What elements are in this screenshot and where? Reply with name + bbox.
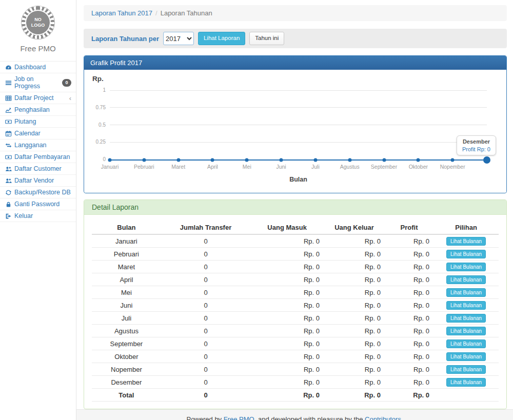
- report-filter-bar: Laporan Tahunan per 2017 Lihat Laporan T…: [84, 29, 507, 48]
- header-uang-keluar: Uang Keluar: [324, 221, 385, 234]
- header-jumlah-transfer: Jumlah Transfer: [161, 221, 250, 234]
- sidebar-item-langganan[interactable]: Langganan: [0, 139, 76, 151]
- lihat-bulanan-button-agustus[interactable]: Lihat Bulanan: [446, 327, 486, 335]
- chart-point-juli[interactable]: [313, 158, 317, 162]
- x-tick-januari: Januari: [101, 164, 119, 170]
- sidebar-item-label: Dashboard: [14, 64, 46, 71]
- brand-name: Free PMO: [0, 44, 76, 53]
- footer-text-middle: , and developed with pleasure by the: [254, 415, 365, 420]
- detail-report-panel: Detail Laporan Bulan Jumlah Transfer Uan…: [84, 199, 507, 409]
- breadcrumb-link-laporan-tahun[interactable]: Laporan Tahun 2017: [91, 9, 152, 17]
- table-row-mei: Mei 0 Rp. 0 Rp. 0 Rp. 0 Lihat Bulanan: [92, 286, 499, 299]
- profit-chart-panel: Grafik Profit 2017 Rp. 10.750.50.250 Jan…: [84, 55, 507, 193]
- sidebar-item-job-on-progress[interactable]: Job on Progress 0: [0, 73, 76, 92]
- chart-x-labels: JanuariPebruariMaretAprilMeiJuniJuliAgus…: [110, 164, 487, 171]
- lihat-laporan-button[interactable]: Lihat Laporan: [198, 32, 245, 45]
- sidebar-item-piutang[interactable]: Piutang: [0, 116, 76, 128]
- table-total-row: Total 0 Rp. 0 Rp. 0 Rp. 0: [92, 389, 499, 402]
- footer-link-contributors[interactable]: Contributors: [365, 415, 401, 420]
- logo-area: NO LOGO Free PMO: [0, 0, 76, 58]
- users-icon: [5, 177, 12, 184]
- calendar-icon: [5, 130, 12, 137]
- chart-point-juni[interactable]: [280, 158, 283, 162]
- lihat-bulanan-button-september[interactable]: Lihat Bulanan: [446, 339, 486, 348]
- sidebar-item-label: Daftar Pembayaran: [14, 153, 70, 161]
- sidebar-item-backup-restore-db[interactable]: Backup/Restore DB: [0, 187, 76, 198]
- sidebar-item-daftar-customer[interactable]: Daftar Customer: [0, 163, 76, 175]
- chart-point-september[interactable]: [382, 158, 386, 162]
- chart-point-agustus[interactable]: [348, 158, 351, 162]
- chart-point-desember[interactable]: [483, 156, 490, 164]
- x-tick-juli: Juli: [311, 164, 320, 170]
- money-icon: [5, 153, 12, 161]
- users-icon: [5, 165, 12, 172]
- x-tick-mei: Mei: [243, 164, 251, 170]
- header-uang-masuk: Uang Masuk: [250, 221, 324, 234]
- main-column: Laporan Tahun 2017/Laporan Tahunan Lapor…: [76, 0, 513, 420]
- lihat-bulanan-button-april[interactable]: Lihat Bulanan: [446, 275, 486, 284]
- lihat-bulanan-button-oktober[interactable]: Lihat Bulanan: [446, 352, 486, 361]
- sidebar-item-dashboard[interactable]: Dashboard: [0, 62, 76, 73]
- chart-point-mei[interactable]: [245, 158, 249, 162]
- lihat-bulanan-button-juli[interactable]: Lihat Bulanan: [446, 314, 486, 323]
- x-tick-nopember: Nopember: [440, 164, 465, 170]
- tooltip-month: Desember: [462, 138, 490, 145]
- refresh-icon: [5, 189, 12, 196]
- x-tick-maret: Maret: [171, 164, 185, 170]
- count-badge: 0: [62, 79, 71, 87]
- header-profit: Profit: [385, 221, 433, 234]
- footer-text-suffix: .: [401, 415, 403, 420]
- sidebar-item-daftar-project[interactable]: Daftar Project ‹: [0, 92, 76, 104]
- lihat-bulanan-button-maret[interactable]: Lihat Bulanan: [446, 263, 486, 271]
- breadcrumb-current: Laporan Tahunan: [161, 9, 212, 17]
- x-tick-september: September: [371, 164, 397, 170]
- profit-chart: Rp. 10.750.50.250 JanuariPebruariMaretAp…: [84, 70, 506, 193]
- list-icon: [5, 79, 12, 86]
- x-tick-juni: Juni: [276, 164, 286, 170]
- sidebar-item-ganti-password[interactable]: Ganti Password: [0, 198, 76, 210]
- chart-series-line: [110, 159, 487, 161]
- table-row-juni: Juni 0 Rp. 0 Rp. 0 Rp. 0 Lihat Bulanan: [92, 299, 499, 312]
- money-icon: [5, 118, 12, 125]
- sidebar-item-daftar-pembayaran[interactable]: Daftar Pembayaran: [0, 151, 76, 163]
- lihat-bulanan-button-juni[interactable]: Lihat Bulanan: [446, 301, 486, 310]
- sidebar-item-calendar[interactable]: Calendar: [0, 128, 76, 139]
- chart-tooltip: Desember Profit Rp: 0: [457, 135, 496, 155]
- table-row-desember: Desember 0 Rp. 0 Rp. 0 Rp. 0 Lihat Bulan…: [92, 376, 499, 389]
- sidebar-item-label: Keluar: [14, 212, 33, 219]
- sidebar-item-label: Daftar Project: [14, 94, 53, 102]
- lihat-bulanan-button-nopember[interactable]: Lihat Bulanan: [446, 365, 486, 374]
- chart-point-pebruari[interactable]: [142, 158, 146, 162]
- tahun-ini-button[interactable]: Tahun ini: [249, 32, 284, 45]
- lihat-bulanan-button-januari[interactable]: Lihat Bulanan: [446, 237, 486, 246]
- sign-out-icon: [5, 212, 12, 219]
- chart-point-januari[interactable]: [108, 158, 112, 162]
- chart-point-oktober[interactable]: [417, 158, 420, 162]
- sidebar-item-keluar[interactable]: Keluar: [0, 210, 76, 222]
- chart-point-maret[interactable]: [176, 158, 180, 162]
- lihat-bulanan-button-pebruari[interactable]: Lihat Bulanan: [446, 250, 486, 258]
- lihat-bulanan-button-mei[interactable]: Lihat Bulanan: [446, 288, 486, 297]
- retweet-icon: [5, 142, 12, 149]
- no-logo-badge: NO LOGO: [22, 6, 54, 39]
- sidebar-item-penghasilan[interactable]: Penghasilan: [0, 104, 76, 116]
- table-row-april: April 0 Rp. 0 Rp. 0 Rp. 0 Lihat Bulanan: [92, 273, 499, 286]
- year-select[interactable]: 2017: [163, 32, 194, 45]
- report-table: Bulan Jumlah Transfer Uang Masuk Uang Ke…: [92, 221, 499, 402]
- sidebar-item-label: Job on Progress: [14, 75, 60, 90]
- app: NO LOGO Free PMO Dashboard Job on Progre…: [0, 0, 513, 420]
- footer-link-free-pmo[interactable]: Free PMO: [224, 415, 254, 420]
- sidebar-item-label: Penghasilan: [14, 106, 50, 113]
- sidebar-item-label: Calendar: [14, 130, 41, 137]
- table-row-januari: Januari 0 Rp. 0 Rp. 0 Rp. 0 Lihat Bulana…: [92, 234, 499, 248]
- chart-point-nopember[interactable]: [451, 158, 455, 162]
- main-content: Laporan Tahun 2017/Laporan Tahunan Lapor…: [76, 0, 513, 409]
- breadcrumb-separator: /: [155, 9, 157, 17]
- lihat-bulanan-button-desember[interactable]: Lihat Bulanan: [446, 378, 486, 387]
- sidebar-item-daftar-vendor[interactable]: Daftar Vendor: [0, 175, 76, 187]
- table-header-row: Bulan Jumlah Transfer Uang Masuk Uang Ke…: [92, 221, 499, 234]
- sidebar-item-label: Backup/Restore DB: [14, 189, 71, 196]
- x-tick-oktober: Oktober: [409, 164, 428, 170]
- chart-point-april[interactable]: [211, 158, 214, 162]
- sidebar-item-label: Langganan: [14, 142, 47, 149]
